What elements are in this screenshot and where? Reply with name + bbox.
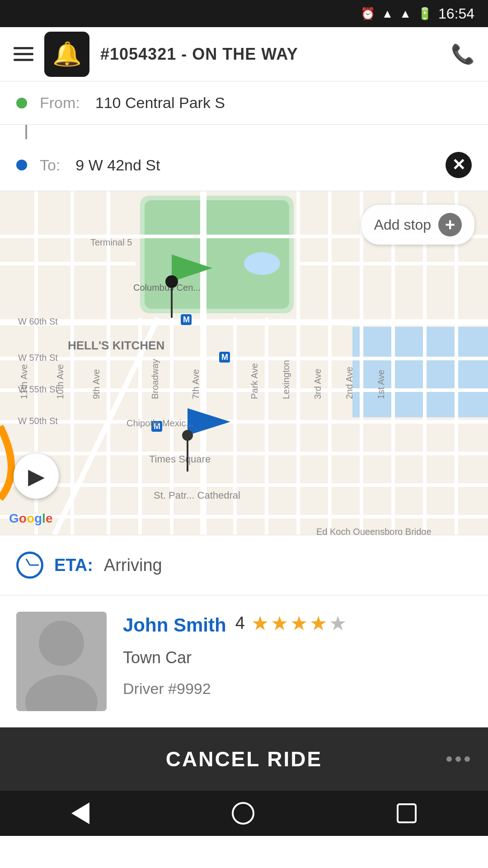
svg-text:W 50th St: W 50th St <box>18 416 58 426</box>
location-button[interactable]: ▶ <box>14 453 59 499</box>
svg-point-51 <box>182 430 193 441</box>
back-button[interactable] <box>71 802 89 824</box>
eta-value: Arriving <box>104 556 162 575</box>
svg-point-64 <box>25 675 98 711</box>
route-box: From: 110 Central Park S To: 9 W 42nd St… <box>0 81 488 191</box>
svg-text:Ed Koch Queensboro Bridge: Ed Koch Queensboro Bridge <box>316 527 432 535</box>
svg-text:1st Ave: 1st Ave <box>376 370 386 399</box>
app-logo: 🔔 <box>44 32 89 77</box>
google-logo: Google <box>9 511 52 526</box>
from-row: From: 110 Central Park S <box>0 81 488 125</box>
map-view[interactable]: 11th Ave 10th Ave 9th Ave Broadway 7th A… <box>0 191 488 535</box>
driver-name: John Smith <box>123 614 226 636</box>
route-connector <box>0 125 488 139</box>
svg-text:St. Patr... Cathedral: St. Patr... Cathedral <box>154 490 240 501</box>
to-label: To: <box>40 156 60 174</box>
wifi-icon: ▲ <box>381 7 393 21</box>
star-2: ★ <box>271 612 288 635</box>
rating-number: 4 <box>235 613 245 633</box>
svg-text:M: M <box>221 353 228 362</box>
driver-info: John Smith 4 ★ ★ ★ ★ ★ Town Car Driver #… <box>123 612 472 698</box>
driver-number: Driver #9992 <box>123 680 472 698</box>
cancel-label: CANCEL RIDE <box>166 747 323 771</box>
header: 🔔 #1054321 - ON THE WAY 📞 <box>0 27 488 81</box>
driver-panel: ETA: Arriving John Smith 4 ★ ★ ★ ★ <box>0 535 488 727</box>
svg-text:W 60th St: W 60th St <box>18 316 58 326</box>
from-label: From: <box>40 94 80 112</box>
dot-1 <box>446 756 452 762</box>
menu-button[interactable] <box>14 47 33 61</box>
svg-text:9th Ave: 9th Ave <box>91 369 101 399</box>
svg-text:Lexington: Lexington <box>281 360 291 399</box>
add-stop-button[interactable]: Add stop + <box>361 205 474 245</box>
star-5: ★ <box>329 612 347 635</box>
recents-button[interactable] <box>397 803 417 823</box>
add-stop-label: Add stop <box>374 217 431 233</box>
star-1: ★ <box>251 612 269 635</box>
clear-destination-button[interactable]: ✕ <box>446 152 472 178</box>
more-options[interactable] <box>446 756 470 762</box>
status-time: 16:54 <box>438 5 474 22</box>
location-arrow-icon: ▶ <box>28 463 45 489</box>
driver-vehicle: Town Car <box>123 648 472 667</box>
nav-bar <box>0 791 488 836</box>
svg-text:Times Square: Times Square <box>149 453 211 465</box>
svg-point-54 <box>165 275 178 288</box>
back-icon <box>71 802 89 824</box>
svg-text:3rd Ave: 3rd Ave <box>313 369 323 399</box>
svg-text:Broadway: Broadway <box>150 359 160 399</box>
svg-text:2nd Ave: 2nd Ave <box>344 367 354 399</box>
svg-text:Chipotle Mexic...: Chipotle Mexic... <box>127 418 193 428</box>
driver-avatar <box>16 612 107 711</box>
cancel-ride-button[interactable]: CANCEL RIDE <box>0 727 488 791</box>
home-button[interactable] <box>232 802 254 825</box>
home-icon <box>232 802 254 825</box>
rating-row: 4 ★ ★ ★ ★ ★ <box>235 612 347 635</box>
svg-text:Park Ave: Park Ave <box>249 363 259 399</box>
svg-text:Terminal 5: Terminal 5 <box>90 237 132 247</box>
svg-text:W 55th St: W 55th St <box>18 384 58 394</box>
phone-button[interactable]: 📞 <box>451 43 474 65</box>
signal-icon: ▲ <box>399 7 411 21</box>
svg-text:7th Ave: 7th Ave <box>191 369 201 399</box>
star-4: ★ <box>310 612 327 635</box>
svg-text:W 57th St: W 57th St <box>18 353 58 363</box>
svg-rect-4 <box>352 327 488 417</box>
status-icons: ⏰ ▲ ▲ 🔋 16:54 <box>361 5 474 22</box>
recents-icon <box>397 803 417 823</box>
svg-point-63 <box>39 621 84 666</box>
clock-icon <box>16 552 43 579</box>
origin-dot <box>16 98 27 108</box>
add-stop-icon: + <box>438 213 462 236</box>
svg-text:HELL'S KITCHEN: HELL'S KITCHEN <box>68 339 164 352</box>
bell-icon: 🔔 <box>52 40 82 68</box>
star-rating: ★ ★ ★ ★ ★ <box>251 612 347 635</box>
eta-label: ETA: <box>54 556 93 575</box>
avatar-silhouette <box>16 612 107 711</box>
star-3: ★ <box>290 612 308 635</box>
driver-row: John Smith 4 ★ ★ ★ ★ ★ Town Car Driver #… <box>0 595 488 727</box>
svg-point-3 <box>244 252 280 275</box>
dot-2 <box>455 756 461 762</box>
to-value: 9 W 42nd St <box>75 156 160 174</box>
to-row: To: 9 W 42nd St ✕ <box>0 139 488 191</box>
status-bar: ⏰ ▲ ▲ 🔋 16:54 <box>0 0 488 27</box>
alarm-icon: ⏰ <box>361 7 375 21</box>
battery-icon: 🔋 <box>418 7 432 21</box>
eta-row: ETA: Arriving <box>0 535 488 595</box>
dot-3 <box>465 756 470 762</box>
destination-dot <box>16 160 27 170</box>
from-value: 110 Central Park S <box>95 94 225 112</box>
page-title: #1054321 - ON THE WAY <box>100 45 440 64</box>
svg-text:M: M <box>183 315 190 324</box>
